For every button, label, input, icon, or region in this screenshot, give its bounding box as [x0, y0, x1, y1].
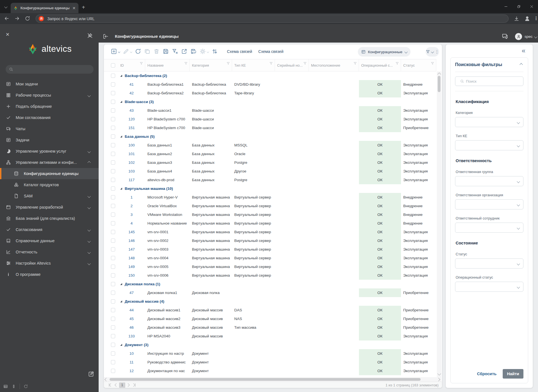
row-checkbox[interactable] — [111, 100, 115, 104]
sidebar-item[interactable]: Рабочие процессы — [0, 90, 99, 101]
column-header[interactable]: Название — [145, 59, 190, 71]
row-id-link[interactable]: 148 — [118, 256, 145, 260]
row-checkbox[interactable] — [111, 239, 115, 243]
table-row[interactable]: 147vm-srv-0003Виртуальная машинаВиртуаль… — [104, 245, 436, 254]
horizontal-scrollbar[interactable] — [104, 377, 441, 382]
sidebar-item[interactable]: О программе — [0, 269, 99, 280]
sidebar-item[interactable]: Каталог продуктов — [0, 179, 99, 190]
table-row[interactable]: 117altevics-db-prodБаза данныхPostgreОКЭ… — [104, 176, 436, 184]
table-row[interactable]: 42Backup-библиотека2Backup-библиотекаTap… — [104, 89, 436, 97]
group-row[interactable]: Дисковая полка (1) — [104, 280, 436, 288]
reload-icon[interactable] — [25, 16, 30, 21]
view-selector[interactable]: Конфигурационные... — [358, 47, 411, 57]
save-button[interactable] — [163, 48, 169, 55]
row-id-link[interactable]: 45 — [118, 317, 145, 321]
table-row[interactable]: 45Дисковый массив2Дисковый массивNASОКПр… — [104, 314, 436, 323]
row-id-link[interactable]: 133 — [118, 334, 145, 338]
browser-profile-icon[interactable] — [524, 16, 530, 22]
row-id-link[interactable]: 43 — [118, 108, 145, 113]
edit-button[interactable] — [123, 48, 132, 55]
collapse-group-icon[interactable] — [120, 101, 122, 103]
compose-icon[interactable] — [88, 371, 94, 377]
sidebar-item[interactable]: Чаты — [0, 123, 99, 134]
export-button[interactable] — [181, 48, 187, 55]
vertical-scroll-thumb[interactable] — [438, 76, 440, 92]
row-checkbox[interactable] — [111, 360, 115, 364]
table-row[interactable]: 12Документация по насДокументОКЭксплуата… — [104, 367, 436, 375]
row-checkbox[interactable] — [111, 126, 115, 130]
row-id-link[interactable]: 47 — [118, 291, 145, 295]
table-row[interactable]: 41Backup-библиотека1Backup-библиотекаDVD… — [104, 80, 436, 89]
table-row[interactable]: 2Oracle VirtualBoxВиртуальная машинаВирт… — [104, 202, 436, 210]
row-id-link[interactable]: 42 — [118, 91, 145, 95]
row-id-link[interactable]: 2 — [118, 204, 145, 208]
scroll-up-icon[interactable] — [437, 73, 441, 76]
sidebar-item[interactable]: Согласования — [0, 224, 99, 235]
row-checkbox[interactable] — [111, 308, 115, 312]
filter-select[interactable] — [455, 176, 523, 186]
filter-select[interactable] — [455, 258, 523, 269]
table-row[interactable]: 44Дисковый массив1Дисковый массивDASОКПр… — [104, 306, 436, 314]
sidebar-close-icon[interactable]: ✕ — [6, 32, 10, 37]
browser-tab[interactable]: Конфигурационные единицы ✕ — [11, 3, 78, 13]
filter-menu-button[interactable]: ⋮ — [426, 47, 439, 57]
collapse-group-icon[interactable] — [120, 136, 122, 137]
row-id-link[interactable]: 150 — [118, 273, 145, 277]
row-id-link[interactable]: 149 — [118, 265, 145, 269]
row-checkbox[interactable] — [111, 369, 115, 373]
row-checkbox[interactable] — [111, 221, 115, 225]
sidebar-item[interactable]: Управление разработкой — [0, 202, 99, 213]
row-checkbox[interactable] — [111, 334, 115, 338]
select-all-checkbox[interactable] — [108, 59, 118, 71]
column-header[interactable]: Местоположение — [309, 59, 359, 71]
table-row[interactable]: 150vm-srv-0006Виртуальная машинаВиртуаль… — [104, 271, 436, 280]
group-row[interactable]: Backup-библиотека (2) — [104, 71, 436, 80]
row-id-link[interactable]: 12 — [118, 369, 145, 373]
row-checkbox[interactable] — [111, 143, 115, 147]
row-checkbox[interactable] — [111, 317, 115, 321]
schema-link-2[interactable]: Схема связей — [258, 49, 284, 54]
filter-select[interactable] — [455, 117, 523, 127]
filter-select[interactable] — [455, 223, 523, 233]
row-checkbox[interactable] — [111, 152, 115, 156]
row-checkbox[interactable] — [111, 195, 115, 199]
table-row[interactable]: 10Инструкция по настрДокументОКЭксплуата… — [104, 349, 436, 358]
row-id-link[interactable]: 102 — [118, 160, 145, 165]
forward-icon[interactable] — [14, 16, 20, 21]
scroll-down-icon[interactable] — [437, 372, 441, 375]
filter-select[interactable] — [455, 282, 523, 292]
sidebar-item[interactable]: Мои согласования — [0, 112, 99, 123]
sidebar-item[interactable]: Мои задачи — [0, 78, 99, 90]
current-page[interactable]: 1 — [119, 382, 125, 388]
collapse-group-icon[interactable] — [120, 344, 122, 346]
first-page-button[interactable] — [107, 382, 113, 388]
row-checkbox[interactable] — [111, 160, 115, 165]
row-id-link[interactable]: 11 — [118, 360, 145, 364]
collapse-group-icon[interactable] — [120, 75, 122, 77]
row-id-link[interactable]: 4 — [118, 221, 145, 225]
row-id-link[interactable]: 147 — [118, 247, 145, 251]
collapse-filters-icon[interactable]: « — [522, 47, 525, 55]
row-checkbox[interactable] — [111, 273, 115, 277]
delete-button[interactable] — [153, 48, 160, 55]
column-header[interactable]: Операционный с... — [359, 59, 401, 71]
sidebar-item[interactable]: Управление уровнем услуг — [0, 146, 99, 157]
row-id-link[interactable]: 120 — [118, 117, 145, 121]
username[interactable]: spec — [525, 34, 533, 39]
column-header[interactable]: Серийный но... — [275, 59, 309, 71]
table-row[interactable]: 133HP MSA2040Дисковый массивОКЭксплуатац… — [104, 332, 436, 340]
new-tab-button[interactable]: + — [82, 4, 85, 10]
column-header[interactable]: Категория — [190, 59, 232, 71]
next-page-button[interactable] — [126, 382, 131, 388]
table-row[interactable]: 11Руководство админисДокументОКЭксплуата… — [104, 358, 436, 367]
sidebar-search-input[interactable] — [6, 65, 94, 74]
row-id-link[interactable]: 44 — [118, 308, 145, 312]
collapse-group-icon[interactable] — [120, 188, 122, 190]
url-input[interactable]: Я Запрос в Яндекс или URL — [36, 15, 509, 23]
add-button[interactable] — [111, 48, 120, 55]
row-checkbox[interactable] — [111, 108, 115, 113]
row-checkbox[interactable] — [111, 247, 115, 251]
collapse-panel-icon[interactable] — [103, 33, 109, 39]
close-window-button[interactable] — [525, 0, 538, 13]
table-row[interactable]: 100База данных1База данныхMSSQLОКЭксплуа… — [104, 141, 436, 150]
